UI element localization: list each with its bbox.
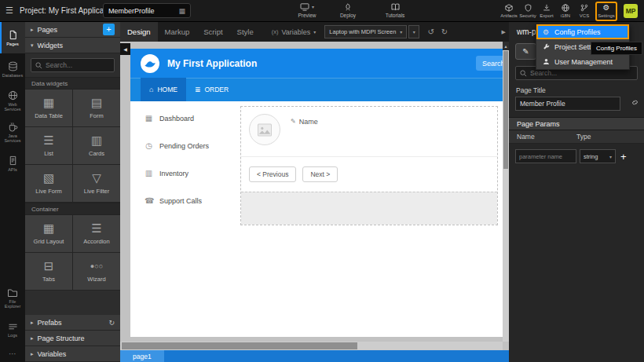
widget-label: Data Table (35, 112, 63, 119)
prefabs-section-header[interactable]: ▸ Prefabs ↻ (25, 315, 120, 331)
redo-icon[interactable]: ↻ (441, 27, 448, 36)
artifacts-button[interactable]: Artifacts (499, 2, 518, 18)
edit-page-button[interactable]: ✎ (515, 43, 536, 60)
nav-label: HOME (157, 86, 177, 93)
i18n-button[interactable]: i18N (556, 2, 575, 18)
tab-markup[interactable]: Markup (158, 22, 197, 42)
empty-drop-zone[interactable] (241, 192, 497, 225)
widget-live-filter[interactable]: ▽Live Filter (73, 165, 120, 202)
security-button[interactable]: Security (518, 2, 537, 18)
collapse-left-panel-button[interactable]: ◀ (120, 43, 130, 55)
order-list-icon: ≣ (195, 86, 201, 93)
widget-cards[interactable]: ▥Cards (73, 127, 120, 164)
widget-wizard[interactable]: ●○○Wizard (73, 253, 120, 290)
tab-design[interactable]: Design (120, 22, 158, 42)
page-title-input[interactable] (515, 97, 620, 111)
list-icon: ☰ (43, 134, 53, 147)
api-doc-icon (8, 155, 18, 166)
collapse-caret-icon: ▸ (31, 27, 34, 33)
rail-item-file-explorer[interactable]: File Explorer (0, 283, 25, 314)
rail-item-apis[interactable]: APIs (0, 148, 25, 179)
tab-script[interactable]: Script (196, 22, 229, 42)
zoom-dropdown[interactable]: ▾ (408, 25, 419, 38)
param-name-input[interactable] (515, 149, 576, 163)
vertical-scroll-thumb[interactable] (503, 51, 508, 169)
variables-section-header[interactable]: ▸ Variables (25, 346, 120, 362)
widget-label: Live Form (35, 188, 61, 195)
rail-item-java-services[interactable]: Java Services (0, 116, 25, 148)
widget-list[interactable]: ☰List (25, 127, 72, 164)
variables-dropdown[interactable]: (x) Variables ▾ (272, 28, 317, 36)
nav-item-order[interactable]: ≣ ORDER (186, 78, 237, 101)
app-content: ✎ Name < Previous Next > (231, 101, 503, 337)
add-param-button[interactable]: + (620, 152, 627, 162)
device-select[interactable]: Laptop with MDPI Screen ▾ (324, 25, 407, 38)
widget-search[interactable] (31, 58, 115, 72)
web-services-globe-icon (8, 90, 18, 101)
settings-button[interactable]: ⚙ Settings (595, 2, 617, 21)
widget-label: Accordion (83, 238, 109, 245)
horizontal-scroll-thumb[interactable] (122, 342, 357, 349)
list-item[interactable]: ✎ Name (241, 107, 497, 157)
sidenav-item-inventory[interactable]: ▥Inventory (145, 169, 231, 177)
page1-tab[interactable]: page1 (120, 350, 164, 362)
rail-item-logs[interactable]: Logs (0, 314, 25, 346)
widget-search-input[interactable] (46, 61, 110, 69)
rail-item-web-services[interactable]: Web Services (0, 85, 25, 116)
rail-label: APIs (8, 167, 17, 172)
widget-grid-layout[interactable]: ▦Grid Layout (25, 215, 72, 252)
param-type-select[interactable]: string ▾ (580, 149, 616, 163)
nav-item-home[interactable]: ⌂ HOME (141, 78, 186, 101)
canvas-toolbar: Design Markup Script Style (x) Variables… (120, 22, 509, 42)
vertical-scrollbar[interactable]: ▲ (503, 42, 509, 342)
widget-live-form[interactable]: ▧Live Form (25, 165, 72, 202)
open-page-tab[interactable]: MemberProfile ▦ (103, 3, 191, 18)
page-title-label: Page Title (516, 86, 546, 94)
widgets-section-header[interactable]: ▾ Widgets (25, 38, 120, 53)
horizontal-scrollbar[interactable] (120, 342, 503, 350)
sidenav-item-pending-orders[interactable]: ◷Pending Orders (145, 141, 231, 150)
pages-section-header[interactable]: ▸ Pages + (25, 22, 120, 38)
preview-button[interactable]: ▾ Preview (289, 2, 325, 18)
list-widget-container[interactable]: ✎ Name < Previous Next > (240, 106, 498, 225)
tutorials-book-icon (391, 3, 400, 11)
previous-button[interactable]: < Previous (249, 166, 296, 182)
pages-grid-icon[interactable]: ▦ (178, 7, 185, 15)
add-page-button[interactable]: + (103, 24, 115, 35)
menu-item-config-profiles[interactable]: ⚙ Config Profiles (536, 24, 629, 39)
refresh-icon[interactable]: ↻ (108, 319, 115, 327)
rail-item-databases[interactable]: Databases (0, 53, 25, 85)
scroll-up-icon[interactable]: ▲ (503, 42, 509, 50)
form-icon: ▤ (91, 97, 102, 109)
undo-icon[interactable]: ↺ (427, 27, 434, 36)
hamburger-menu-icon[interactable]: ☰ (5, 5, 13, 15)
tutorials-button[interactable]: Tutorials (377, 2, 413, 18)
avatar (249, 114, 280, 145)
widget-accordion[interactable]: ☰Accordion (73, 215, 120, 252)
rail-more-button[interactable]: ⋯ (0, 346, 25, 362)
sidenav-item-dashboard[interactable]: ▦Dashboard (145, 114, 231, 122)
menu-item-user-management[interactable]: User Management (536, 54, 629, 69)
widget-form[interactable]: ▤Form (73, 90, 120, 126)
export-button[interactable]: Export (537, 2, 556, 18)
tab-style[interactable]: Style (230, 22, 261, 42)
sidenav-item-support-calls[interactable]: ☎Support Calls (145, 196, 231, 205)
rail-item-pages[interactable]: Pages (0, 22, 25, 53)
widget-data-table[interactable]: ▦Data Table (25, 90, 72, 126)
branch-icon (580, 4, 588, 12)
app-search-button[interactable]: Search (476, 56, 503, 71)
deploy-button[interactable]: Deploy (330, 2, 366, 18)
next-button[interactable]: Next > (302, 166, 338, 182)
vcs-button[interactable]: VCS (575, 2, 594, 18)
page-structure-section-header[interactable]: ▸ Page Structure (25, 331, 120, 346)
device-select-label: Laptop with MDPI Screen (329, 28, 396, 35)
widget-tabs[interactable]: ⊟Tabs (25, 253, 72, 290)
preview-caret-icon[interactable]: ▾ (312, 4, 314, 9)
bind-link-icon[interactable] (631, 98, 639, 107)
expand-panel-icon[interactable]: ▶ (502, 29, 506, 35)
gear-icon: ⚙ (603, 4, 610, 12)
project-name: Project: My First Application (20, 6, 116, 15)
user-avatar[interactable]: MP (624, 4, 638, 18)
properties-search-input[interactable] (530, 69, 633, 77)
pencil-icon: ✎ (291, 118, 296, 125)
